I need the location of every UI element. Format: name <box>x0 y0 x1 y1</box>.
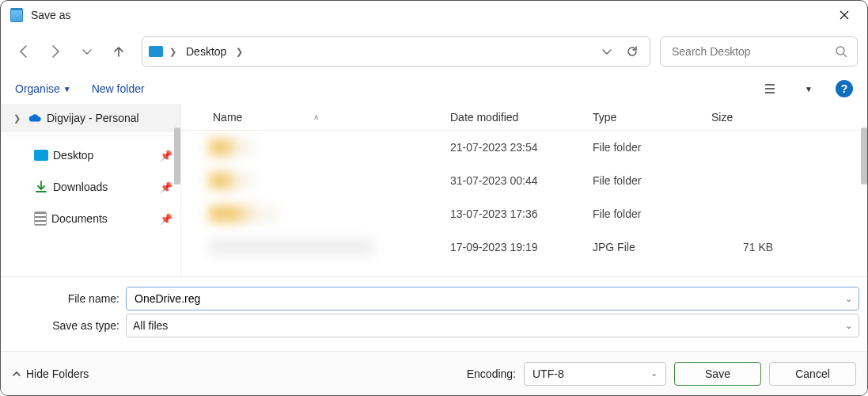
filename-combo[interactable]: ⌄ <box>126 287 859 310</box>
redacted-name <box>208 139 256 156</box>
refresh-icon <box>626 45 639 58</box>
cell-date: 13-07-2023 17:36 <box>450 208 593 220</box>
search-input[interactable] <box>670 44 835 59</box>
cancel-label: Cancel <box>795 367 830 380</box>
search-icon <box>835 45 847 58</box>
cloud-icon <box>28 111 42 125</box>
cell-date: 21-07-2023 23:54 <box>450 141 593 154</box>
file-row[interactable]: 13-07-2023 17:36 File folder <box>181 197 867 230</box>
help-button[interactable]: ? <box>836 80 853 97</box>
filename-input[interactable] <box>133 291 845 306</box>
column-date[interactable]: Date modified <box>450 111 593 124</box>
breadcrumb-chevron-icon[interactable]: ❯ <box>234 45 244 59</box>
file-list: Name ∧ Date modified Type Size 21-07-202… <box>181 104 867 276</box>
sidebar-item-label: Desktop <box>53 149 93 162</box>
file-row[interactable]: 17-09-2023 19:19 JPG File 71 KB <box>181 230 867 264</box>
new-folder-button[interactable]: New folder <box>92 82 145 95</box>
address-dropdown[interactable] <box>596 40 618 63</box>
redacted-name <box>208 238 374 256</box>
chevron-up-icon <box>12 369 21 379</box>
forward-icon <box>48 44 63 59</box>
sidebar-item-desktop[interactable]: Desktop 📌 <box>1 139 180 171</box>
pin-icon: 📌 <box>160 213 172 225</box>
desktop-icon <box>34 150 48 161</box>
breadcrumb-desktop[interactable]: Desktop <box>181 44 231 59</box>
sidebar-item-documents[interactable]: Documents 📌 <box>1 203 180 234</box>
nav-row: ❯ Desktop ❯ <box>1 29 867 74</box>
download-icon <box>34 180 48 194</box>
caret-down-icon: ▼ <box>805 85 813 93</box>
sidebar-item-onedrive[interactable]: ❯ Digvijay - Personal <box>1 104 180 132</box>
caret-down-icon: ▼ <box>63 85 71 93</box>
encoding-value: UTF-8 <box>533 367 564 380</box>
forward-button[interactable] <box>42 38 69 65</box>
saveastype-combo[interactable]: All files ⌄ <box>126 314 859 337</box>
chevron-down-icon: ⌄ <box>650 368 658 379</box>
column-headers: Name ∧ Date modified Type Size <box>181 104 867 131</box>
column-name[interactable]: Name ∧ <box>181 111 450 124</box>
organise-label: Organise <box>15 82 60 95</box>
window-title: Save as <box>31 9 71 21</box>
recent-dropdown[interactable] <box>74 38 100 65</box>
chevron-down-icon <box>601 46 612 57</box>
cell-date: 31-07-2023 00:44 <box>450 174 593 187</box>
titlebar: Save as <box>1 1 867 29</box>
cell-type: JPG File <box>593 241 711 253</box>
cancel-button[interactable]: Cancel <box>769 362 856 386</box>
redacted-name <box>208 172 256 189</box>
refresh-button[interactable] <box>621 40 643 63</box>
redacted-name <box>208 205 279 223</box>
app-icon <box>10 8 23 22</box>
cell-type: File folder <box>593 174 711 187</box>
column-type[interactable]: Type <box>593 111 711 124</box>
expand-icon[interactable]: ❯ <box>13 113 23 124</box>
sidebar-item-label: Documents <box>51 212 108 225</box>
list-view-icon <box>763 82 777 96</box>
footer: Hide Folders Encoding: UTF-8 ⌄ Save Canc… <box>1 351 867 395</box>
view-menu[interactable] <box>758 77 782 101</box>
sidebar-item-label: Downloads <box>53 181 108 193</box>
chevron-down-icon[interactable]: ⌄ <box>845 294 852 304</box>
sidebar-item-label: Digvijay - Personal <box>47 112 139 124</box>
cell-date: 17-09-2023 19:19 <box>450 241 593 253</box>
content-area: ❯ Digvijay - Personal Desktop 📌 Download… <box>1 104 867 276</box>
sidebar-scrollbar[interactable] <box>174 128 180 185</box>
search-box[interactable] <box>660 36 858 67</box>
filelist-scrollbar[interactable] <box>861 128 867 185</box>
toolbar: Organise ▼ New folder ▼ ? <box>1 74 867 104</box>
hide-folders-button[interactable]: Hide Folders <box>12 367 89 380</box>
hide-folders-label: Hide Folders <box>26 367 89 380</box>
view-dropdown[interactable]: ▼ <box>802 77 815 101</box>
cell-type: File folder <box>593 208 711 220</box>
sidebar-item-downloads[interactable]: Downloads 📌 <box>1 171 180 203</box>
column-name-label: Name <box>213 111 242 124</box>
breadcrumb-chevron-icon[interactable]: ❯ <box>168 45 178 59</box>
encoding-label: Encoding: <box>467 367 516 380</box>
back-button[interactable] <box>10 38 37 65</box>
column-size[interactable]: Size <box>711 111 798 124</box>
pin-icon: 📌 <box>160 181 172 193</box>
document-icon <box>34 211 47 226</box>
filename-label: File name: <box>9 292 126 305</box>
chevron-down-icon[interactable]: ⌄ <box>845 321 852 331</box>
saveastype-value: All files <box>133 319 845 332</box>
save-label: Save <box>705 367 730 380</box>
up-button[interactable] <box>105 38 132 65</box>
organise-menu[interactable]: Organise ▼ <box>15 82 71 95</box>
save-button[interactable]: Save <box>674 362 761 386</box>
file-row[interactable]: 21-07-2023 23:54 File folder <box>181 131 867 164</box>
encoding-select[interactable]: UTF-8 ⌄ <box>524 362 666 386</box>
save-fields: File name: ⌄ Save as type: All files ⌄ <box>1 276 867 345</box>
address-bar[interactable]: ❯ Desktop ❯ <box>142 36 650 67</box>
divider <box>7 135 174 136</box>
sidebar: ❯ Digvijay - Personal Desktop 📌 Download… <box>1 104 181 276</box>
cell-type: File folder <box>593 141 711 154</box>
sort-asc-icon: ∧ <box>313 112 319 121</box>
file-row[interactable]: 31-07-2023 00:44 File folder <box>181 164 867 197</box>
new-folder-label: New folder <box>92 82 145 95</box>
up-icon <box>112 44 126 59</box>
close-button[interactable] <box>826 3 862 27</box>
location-icon <box>149 46 163 57</box>
svg-point-0 <box>836 47 844 55</box>
chevron-down-icon <box>81 46 93 57</box>
